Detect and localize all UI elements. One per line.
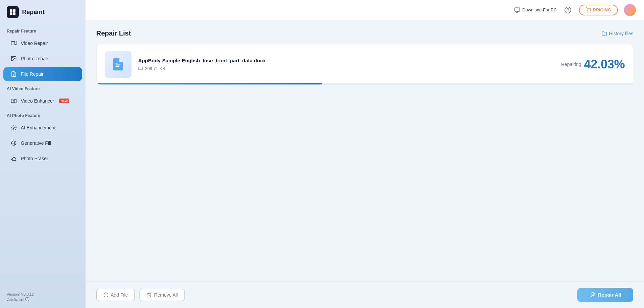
download-for-pc-button[interactable]: Download For PC [514,7,557,13]
docx-file-icon [111,57,125,72]
photo-eraser-icon [10,155,17,162]
svg-rect-9 [11,99,15,103]
progress-bar-wrapper [97,83,633,84]
video-enhancer-icon [10,97,17,105]
svg-rect-4 [11,42,15,45]
svg-rect-15 [515,8,520,11]
app-name: Repairit [22,9,45,16]
bottom-toolbar: Add File Remove All Repair All [86,281,644,308]
svg-point-18 [587,12,588,12]
cart-icon [586,7,591,13]
sidebar: Repairit Repair Feature Video Repair Pho… [0,0,86,308]
generative-fill-icon [10,139,17,147]
svg-point-16 [565,7,571,13]
help-icon [564,6,572,14]
trash-icon [147,292,152,298]
sidebar-item-label-generative-fill: Generative Fill [21,140,51,146]
history-files-link[interactable]: History files [602,31,633,36]
download-label: Download For PC [522,7,557,12]
add-file-label: Add File [111,292,128,298]
disclaimer-text: Disclaimer [7,297,24,301]
sidebar-item-video-enhancer[interactable]: Video Enhancer NEW [3,94,82,108]
bottom-left-buttons: Add File Remove All [96,289,185,301]
sidebar-item-label-ai-enhancement: AI Enhancement [21,125,56,130]
sidebar-item-video-repair[interactable]: Video Repair [3,36,82,50]
sidebar-item-photo-repair[interactable]: Photo Repair [3,52,82,66]
sidebar-item-label-video-repair: Video Repair [21,41,48,46]
sidebar-item-label-file-repair: File Repair [21,71,44,77]
version-label: Version: V3.0.12 [7,292,34,296]
folder-icon [602,31,607,36]
file-size-icon [138,66,143,71]
svg-rect-1 [13,9,15,12]
sidebar-item-generative-fill[interactable]: Generative Fill [3,136,82,150]
repair-all-button[interactable]: Repair All [577,288,633,302]
svg-rect-23 [139,67,143,69]
file-card: AppBody-Sample-English_lose_front_part_d… [96,44,633,85]
logo-icon [7,6,19,18]
remove-all-label: Remove All [154,292,178,298]
help-button[interactable] [563,5,573,15]
repair-list-title: Repair List [96,29,131,37]
sidebar-item-photo-eraser[interactable]: Photo Eraser [3,151,82,166]
repair-icon [589,292,595,298]
sidebar-item-file-repair[interactable]: File Repair [3,67,82,81]
remove-all-button[interactable]: Remove All [140,289,185,301]
top-header: Download For PC PRICING [86,0,644,20]
svg-rect-0 [10,9,12,12]
section-label-ai-photo: AI Photo Feature [0,109,86,120]
sidebar-item-label-photo-eraser: Photo Eraser [21,156,48,161]
repair-area: Repair List History files AppB [86,20,644,281]
svg-point-10 [13,127,15,129]
info-icon [25,297,30,301]
pricing-button[interactable]: PRICING [579,5,618,15]
repair-status: Repairing 42.03% [561,57,625,71]
progress-bar-fill [97,83,322,84]
svg-point-6 [12,57,13,58]
add-file-button[interactable]: Add File [96,289,135,301]
video-repair-icon [10,40,17,47]
repairing-label: Repairing [561,62,581,67]
photo-repair-icon [10,55,17,62]
repair-all-label: Repair All [598,292,621,298]
svg-point-19 [590,12,590,12]
file-icon-wrapper [105,51,131,78]
add-icon [103,292,109,298]
ai-enhancement-icon [10,124,17,131]
sidebar-footer: Version: V3.0.12 Disclaimer [7,292,34,301]
pricing-label: PRICING [593,7,611,12]
new-badge: NEW [59,99,69,103]
main-content: Download For PC PRICING Repair List [86,0,644,308]
sidebar-item-label-video-enhancer: Video Enhancer [21,98,54,104]
repair-header: Repair List History files [96,29,633,37]
repair-percent: 42.03% [584,57,625,71]
svg-rect-3 [13,12,15,15]
file-size: 209.71 KB [145,66,165,71]
sidebar-item-ai-enhancement[interactable]: AI Enhancement [3,121,82,135]
section-label-repair: Repair Feature [0,24,86,36]
file-repair-icon [10,70,17,78]
user-avatar[interactable] [624,4,636,16]
file-size-row: 209.71 KB [138,66,554,71]
history-files-label: History files [609,31,633,36]
disclaimer-link[interactable]: Disclaimer [7,297,34,301]
svg-rect-2 [10,12,12,15]
file-info: AppBody-Sample-English_lose_front_part_d… [138,58,554,71]
monitor-icon [514,7,520,13]
sidebar-item-label-photo-repair: Photo Repair [21,56,48,61]
section-label-ai-video: AI Video Feature [0,82,86,93]
app-logo[interactable]: Repairit [0,0,86,24]
file-name: AppBody-Sample-English_lose_front_part_d… [138,58,554,63]
